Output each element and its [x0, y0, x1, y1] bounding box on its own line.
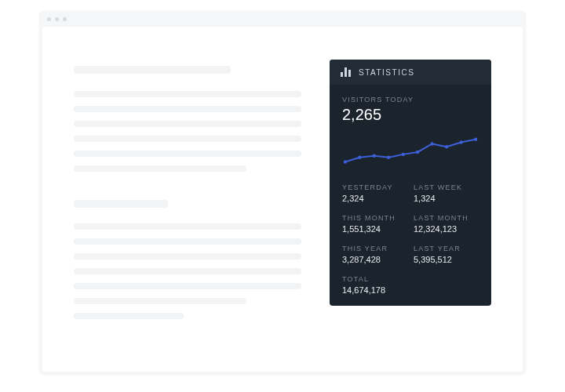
svg-rect-1 — [344, 67, 347, 77]
stat-value: 5,395,512 — [414, 255, 479, 264]
statistics-body: VISITORS TODAY 2,265 YESTERDAY 2,324 LAS… — [330, 85, 491, 306]
svg-point-8 — [416, 151, 419, 154]
window-dot-icon — [47, 17, 51, 21]
svg-point-10 — [445, 145, 448, 148]
page-body: STATISTICS VISITORS TODAY 2,265 YESTERDA… — [42, 27, 523, 372]
svg-point-3 — [344, 160, 347, 163]
window-dot-icon — [63, 17, 67, 21]
stat-label: LAST MONTH — [414, 214, 479, 222]
svg-rect-2 — [348, 70, 351, 77]
skeleton-line — [74, 253, 301, 260]
statistics-panel: STATISTICS VISITORS TODAY 2,265 YESTERDA… — [330, 60, 491, 306]
stat-value: 12,324,123 — [414, 224, 479, 234]
skeleton-line — [74, 66, 231, 74]
stat-value: 3,287,428 — [342, 255, 407, 264]
content-skeleton — [74, 66, 301, 319]
skeleton-line — [74, 136, 301, 142]
skeleton-line — [74, 91, 301, 97]
skeleton-line — [74, 313, 184, 319]
stat-label: THIS MONTH — [342, 214, 407, 222]
stat-label: TOTAL — [342, 275, 479, 283]
stat-label: YESTERDAY — [342, 183, 407, 191]
skeleton-line — [74, 283, 301, 289]
stats-grid: YESTERDAY 2,324 LAST WEEK 1,324 THIS MON… — [342, 183, 479, 264]
svg-point-9 — [431, 142, 434, 145]
skeleton-line — [74, 238, 301, 245]
statistics-title: STATISTICS — [359, 68, 414, 77]
visitors-today-label: VISITORS TODAY — [342, 96, 479, 103]
stat-cell-last-month: LAST MONTH 12,324,123 — [414, 214, 479, 234]
stat-cell-yesterday: YESTERDAY 2,324 — [342, 183, 407, 203]
browser-frame: STATISTICS VISITORS TODAY 2,265 YESTERDA… — [39, 11, 526, 375]
svg-point-4 — [358, 156, 361, 159]
skeleton-line — [74, 298, 246, 304]
visitors-today-value: 2,265 — [342, 106, 479, 124]
stat-cell-last-year: LAST YEAR 5,395,512 — [414, 245, 479, 264]
svg-rect-0 — [341, 72, 343, 77]
skeleton-line — [74, 223, 301, 230]
statistics-header: STATISTICS — [330, 60, 491, 85]
svg-point-11 — [460, 140, 463, 143]
stat-value: 1,551,324 — [342, 224, 407, 234]
svg-point-12 — [474, 137, 477, 140]
bar-chart-icon — [341, 67, 352, 77]
stat-cell-total: TOTAL 14,674,178 — [342, 275, 479, 295]
skeleton-line — [74, 106, 301, 112]
stat-value: 2,324 — [342, 194, 407, 203]
skeleton-line — [74, 121, 301, 127]
skeleton-line — [74, 200, 168, 208]
skeleton-line — [74, 151, 301, 157]
window-controls — [39, 11, 526, 27]
skeleton-line — [74, 268, 301, 274]
svg-point-7 — [402, 153, 405, 156]
stat-cell-this-year: THIS YEAR 3,287,428 — [342, 245, 407, 264]
stat-cell-last-week: LAST WEEK 1,324 — [414, 183, 479, 203]
stat-value: 1,324 — [414, 194, 479, 203]
stat-label: THIS YEAR — [342, 245, 407, 252]
window-dot-icon — [55, 17, 59, 21]
svg-point-5 — [373, 154, 376, 158]
stat-label: LAST WEEK — [414, 183, 479, 191]
stat-label: LAST YEAR — [414, 245, 479, 252]
stat-value: 14,674,178 — [342, 285, 479, 295]
stat-cell-this-month: THIS MONTH 1,551,324 — [342, 214, 407, 234]
skeleton-line — [74, 165, 246, 172]
sparkline-chart — [342, 130, 479, 174]
svg-point-6 — [387, 156, 390, 159]
